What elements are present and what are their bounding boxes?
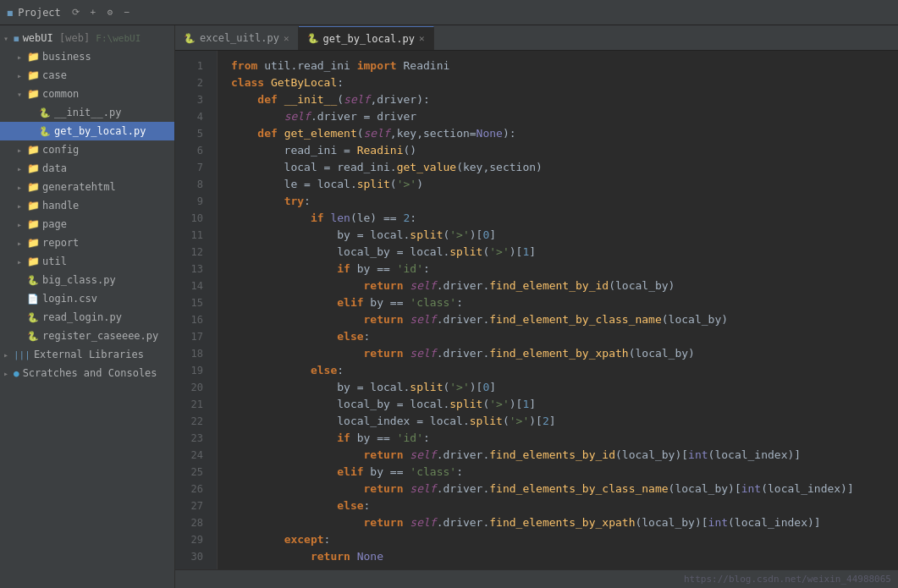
code-line: return self.driver.find_element_by_xpath… bbox=[218, 345, 898, 362]
code-line: if by == 'id': bbox=[218, 261, 898, 278]
root-label: webUI [web] F:\webUI bbox=[23, 32, 141, 44]
sidebar-item-external-libraries[interactable]: ▸ ||| External Libraries bbox=[0, 345, 174, 364]
code-line: return self.driver.find_element_by_class… bbox=[218, 311, 898, 328]
sidebar-item-read-login[interactable]: 🐍 read_login.py bbox=[0, 308, 174, 327]
tab-get-by-local[interactable]: 🐍 get_by_local.py ✕ bbox=[299, 26, 434, 50]
code-line: elif by == 'class': bbox=[218, 464, 898, 481]
sidebar-item-get-by-local[interactable]: 🐍 get_by_local.py bbox=[0, 122, 174, 140]
sidebar-item-common[interactable]: ▾ 📁 common bbox=[0, 85, 174, 103]
sidebar-item-init[interactable]: 🐍 __init__.py bbox=[0, 103, 174, 122]
tab-close-excel[interactable]: ✕ bbox=[284, 33, 289, 44]
code-line: read_ini = Readini() bbox=[218, 142, 898, 159]
add-icon[interactable]: + bbox=[86, 6, 100, 19]
code-line: return self.driver.find_elements_by_clas… bbox=[218, 481, 898, 497]
code-line: try: bbox=[218, 193, 898, 210]
code-line: from util.read_ini import Readini bbox=[218, 58, 898, 74]
code-line: self.driver = driver bbox=[218, 108, 898, 125]
sidebar-item-data[interactable]: ▸ 📁 data bbox=[0, 159, 174, 178]
sidebar-item-report[interactable]: ▸ 📁 report bbox=[0, 234, 174, 252]
editor-tabs: 🐍 excel_uitl.py ✕ 🐍 get_by_local.py ✕ bbox=[175, 25, 898, 51]
sidebar-item-util[interactable]: ▸ 📁 util bbox=[0, 252, 174, 271]
minus-icon[interactable]: − bbox=[120, 6, 134, 19]
sidebar-item-login-csv[interactable]: 📄 login.csv bbox=[0, 289, 174, 308]
code-line: local_by = local.split('>')[1] bbox=[218, 244, 898, 261]
code-line: local_by = local.split('>')[1] bbox=[218, 396, 898, 413]
sidebar-item-config[interactable]: ▸ 📁 config bbox=[0, 140, 174, 159]
sidebar: ▾ ◼ webUI [web] F:\webUI ▸ 📁 business ▸ … bbox=[0, 25, 175, 588]
bottom-bar: https://blog.csdn.net/weixin_44988065 bbox=[175, 569, 898, 588]
sidebar-item-register[interactable]: 🐍 register_caseeee.py bbox=[0, 327, 174, 345]
code-line: by = local.split('>')[0] bbox=[218, 379, 898, 396]
sidebar-root[interactable]: ▾ ◼ webUI [web] F:\webUI bbox=[0, 29, 174, 47]
watermark: https://blog.csdn.net/weixin_44988065 bbox=[684, 574, 891, 585]
code-line: def __init__(self,driver): bbox=[218, 91, 898, 108]
editor-area: 🐍 excel_uitl.py ✕ 🐍 get_by_local.py ✕ 1 … bbox=[175, 25, 898, 588]
code-line: if len(le) == 2: bbox=[218, 210, 898, 227]
code-line: local = read_ini.get_value(key,section) bbox=[218, 159, 898, 176]
code-line: if by == 'id': bbox=[218, 430, 898, 447]
code-container: 1 2 3 4 5 6 7 8 9 10 11 12 13 14 15 16 1… bbox=[175, 51, 898, 569]
sidebar-item-big-class[interactable]: 🐍 big_class.py bbox=[0, 271, 174, 289]
code-line: return self.driver.find_element_by_id(lo… bbox=[218, 278, 898, 294]
sidebar-item-handle[interactable]: ▸ 📁 handle bbox=[0, 196, 174, 215]
code-line: else: bbox=[218, 362, 898, 379]
code-line: local_index = local.split('>')[2] bbox=[218, 413, 898, 430]
sync-icon[interactable]: ⟳ bbox=[69, 6, 83, 19]
sidebar-item-generatehtml[interactable]: ▸ 📁 generatehtml bbox=[0, 178, 174, 196]
code-line: else: bbox=[218, 328, 898, 345]
code-line: return self.driver.find_elements_by_xpat… bbox=[218, 514, 898, 531]
title-bar: ◼ Project ⟳ + ⚙ − bbox=[0, 0, 898, 25]
code-line: except: bbox=[218, 531, 898, 548]
title-bar-label: Project bbox=[18, 7, 61, 19]
project-icon: ◼ bbox=[7, 7, 13, 19]
line-numbers: 1 2 3 4 5 6 7 8 9 10 11 12 13 14 15 16 1… bbox=[175, 51, 218, 569]
gear-icon[interactable]: ⚙ bbox=[103, 6, 117, 19]
code-line: def get_element(self,key,section=None): bbox=[218, 125, 898, 142]
tab-excel-uitl[interactable]: 🐍 excel_uitl.py ✕ bbox=[175, 26, 299, 50]
code-line: le = local.split('>') bbox=[218, 176, 898, 193]
project-icon: ◼ bbox=[14, 33, 19, 44]
code-line: by = local.split('>')[0] bbox=[218, 227, 898, 244]
code-line: class GetByLocal: bbox=[218, 74, 898, 91]
tab-close-get-by-local[interactable]: ✕ bbox=[419, 33, 425, 44]
code-line: else: bbox=[218, 497, 898, 514]
sidebar-item-business[interactable]: ▸ 📁 business bbox=[0, 47, 174, 66]
code-line: return self.driver.find_elements_by_id(l… bbox=[218, 447, 898, 464]
sidebar-item-scratches[interactable]: ▸ ● Scratches and Consoles bbox=[0, 364, 174, 382]
code-line: return None bbox=[218, 548, 898, 565]
sidebar-item-case[interactable]: ▸ 📁 case bbox=[0, 66, 174, 85]
sidebar-item-page[interactable]: ▸ 📁 page bbox=[0, 215, 174, 234]
code-content[interactable]: from util.read_ini import Readini class … bbox=[218, 51, 898, 569]
code-line: elif by == 'class': bbox=[218, 294, 898, 311]
